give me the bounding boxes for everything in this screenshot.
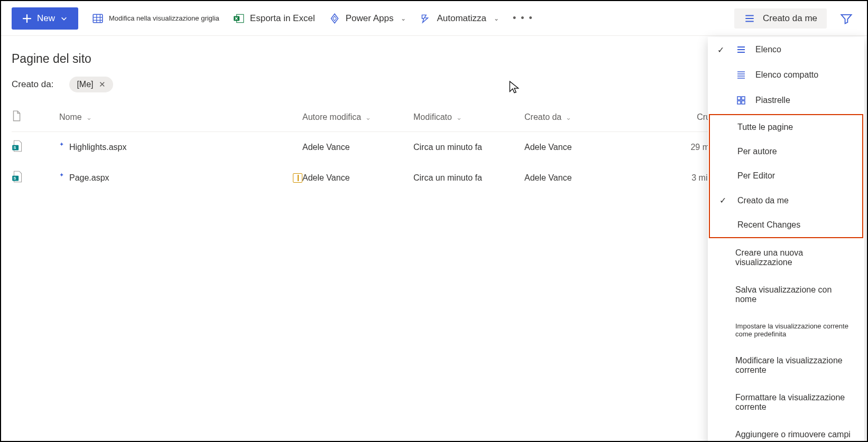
modified-cell: Circa un minuto fa	[413, 143, 524, 152]
check-icon: ✓	[719, 195, 729, 205]
edit-grid-label: Modifica nella visualizzazione griglia	[109, 14, 219, 22]
news-indicator-icon: ✦	[59, 172, 64, 178]
automate-label: Automatizza	[437, 13, 486, 24]
list-compact-icon	[735, 70, 747, 80]
tiles-icon	[735, 95, 747, 106]
view-layout-option-compact[interactable]: Elenco compatto	[708, 62, 864, 88]
svg-rect-10	[742, 101, 745, 104]
modified-by-cell: Adele Vance	[302, 173, 413, 183]
check-icon: ✓	[717, 45, 727, 55]
create-view-action[interactable]: Creare una nuova visualizzazione	[708, 239, 864, 276]
svg-rect-7	[737, 97, 741, 100]
filter-chip[interactable]: [Me] ✕	[69, 77, 113, 92]
automate-button[interactable]: Automatizza ⌄	[420, 13, 499, 24]
name-cell: ✦ Highlights.aspx	[59, 143, 302, 152]
excel-icon	[233, 13, 245, 24]
view-option-recent-changes[interactable]: Recent Changes	[710, 213, 862, 237]
edit-grid-button[interactable]: Modifica nella visualizzazione griglia	[92, 13, 219, 24]
view-selector-label: Creato da me	[763, 13, 817, 24]
page-type-icon: S	[12, 139, 59, 155]
chevron-down-icon: ⌄	[365, 114, 371, 121]
created-by-cell: Adele Vance	[524, 143, 641, 152]
power-apps-button[interactable]: Power Apps ⌄	[329, 13, 407, 24]
command-bar: New Modifica nella visualizzazione grigl…	[1, 1, 867, 36]
chevron-down-icon: ⌄	[456, 114, 462, 121]
close-icon[interactable]: ✕	[99, 80, 106, 89]
svg-text:S: S	[13, 145, 16, 150]
plus-icon	[22, 14, 32, 23]
svg-rect-0	[93, 14, 103, 22]
add-remove-fields-action[interactable]: Aggiungere o rimuovere campi	[708, 421, 864, 442]
new-button[interactable]: New	[12, 7, 78, 30]
chevron-down-icon: ⌄	[86, 114, 92, 121]
view-option-all-pages[interactable]: Tutte le pagine	[710, 115, 862, 139]
file-name[interactable]: Highlights.aspx	[69, 143, 127, 152]
name-column-header[interactable]: Nome ⌄	[59, 112, 302, 122]
created-by-cell: Adele Vance	[524, 173, 641, 183]
view-selector-button[interactable]: Creato da me	[734, 8, 827, 29]
created-by-column-header[interactable]: Creato da ⌄	[524, 112, 641, 122]
list-icon	[744, 13, 755, 24]
extra-cell: 3 mil	[641, 173, 715, 183]
draft-badge-icon	[293, 173, 302, 183]
page-type-icon: S	[12, 170, 59, 186]
format-view-action[interactable]: Formattare la visualizzazione corrente	[708, 384, 864, 421]
cruz-column-header[interactable]: Cruz	[641, 112, 715, 122]
view-layout-option-list[interactable]: ✓ Elenco	[708, 37, 864, 62]
news-indicator-icon: ✦	[59, 141, 64, 148]
export-excel-label: Esporta in Excel	[250, 13, 315, 24]
svg-rect-8	[742, 97, 745, 100]
file-type-column-header[interactable]	[12, 110, 59, 124]
modified-by-column-header[interactable]: Autore modifica ⌄	[302, 112, 413, 122]
edit-view-action[interactable]: Modificare la visualizzazione corrente	[708, 347, 864, 384]
chevron-down-icon	[60, 15, 68, 22]
export-excel-button[interactable]: Esporta in Excel	[233, 13, 315, 24]
chevron-down-icon: ⌄	[566, 114, 571, 121]
power-apps-label: Power Apps	[346, 13, 394, 24]
more-actions-button[interactable]: • • •	[513, 13, 533, 24]
view-options-dropdown: ✓ Elenco Elenco compatto Piastrelle Tutt…	[708, 37, 864, 442]
svg-text:S: S	[13, 176, 16, 181]
automate-icon	[420, 13, 431, 24]
list-icon	[735, 44, 747, 55]
name-cell: ✦ Page.aspx	[59, 173, 302, 183]
filter-chip-text: [Me]	[77, 80, 93, 89]
svg-rect-9	[737, 101, 741, 104]
extra-cell: 29 m	[641, 143, 715, 152]
modified-by-cell: Adele Vance	[302, 143, 413, 152]
view-option-by-author[interactable]: Per autore	[710, 139, 862, 164]
grid-icon	[92, 13, 104, 24]
filter-icon	[840, 12, 853, 25]
set-default-view-action[interactable]: Impostare la visualizzazione corrente co…	[708, 313, 864, 347]
view-layout-option-tiles[interactable]: Piastrelle	[708, 88, 864, 113]
file-name[interactable]: Page.aspx	[69, 173, 109, 183]
chevron-down-icon: ⌄	[494, 15, 499, 22]
modified-cell: Circa un minuto fa	[413, 173, 524, 183]
chevron-down-icon: ⌄	[401, 15, 406, 22]
modified-column-header[interactable]: Modificato ⌄	[413, 112, 524, 122]
filter-label: Creato da:	[12, 79, 53, 90]
new-button-label: New	[37, 13, 55, 24]
view-option-by-editor[interactable]: Per Editor	[710, 164, 862, 188]
view-option-created-by-me[interactable]: ✓ Creato da me	[710, 188, 862, 213]
views-highlight-box: Tutte le pagine Per autore Per Editor ✓ …	[709, 114, 863, 238]
filter-button[interactable]	[836, 8, 856, 29]
save-view-as-action[interactable]: Salva visualizzazione con nome	[708, 276, 864, 313]
power-apps-icon	[329, 13, 340, 24]
